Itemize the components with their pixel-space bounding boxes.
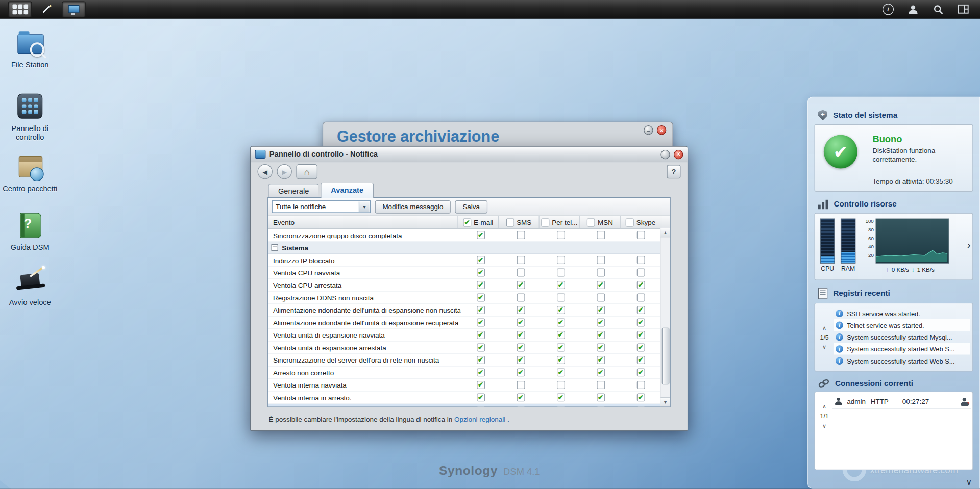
notify-checkbox[interactable]: [517, 381, 525, 389]
notify-checkbox[interactable]: [517, 269, 525, 277]
main-menu-button[interactable]: [8, 1, 32, 17]
notify-checkbox[interactable]: ✔: [517, 306, 525, 314]
notify-checkbox[interactable]: [636, 256, 645, 264]
column-select-checkbox[interactable]: ✔: [463, 218, 471, 226]
quick-start-button[interactable]: [36, 2, 58, 16]
notify-checkbox[interactable]: ✔: [556, 356, 565, 364]
connections-page-up-button[interactable]: ∧: [822, 403, 826, 409]
desktop-icon-quick-start[interactable]: Avvio veloce: [1, 265, 59, 306]
notify-checkbox[interactable]: ✔: [636, 368, 645, 376]
column-select-checkbox[interactable]: [626, 218, 634, 226]
log-entry[interactable]: iTelnet service was started.: [834, 319, 970, 331]
notify-checkbox[interactable]: ✔: [597, 331, 605, 339]
column-select-checkbox[interactable]: [587, 218, 595, 226]
notify-checkbox[interactable]: ✔: [517, 356, 525, 364]
notify-checkbox[interactable]: ✔: [477, 318, 485, 326]
group-row[interactable]: Sistema: [268, 242, 660, 254]
event-row[interactable]: Sincronizzazione gruppo disco completata…: [268, 229, 660, 241]
forward-button[interactable]: ▶: [277, 164, 291, 179]
column-header-skype[interactable]: Skype: [621, 216, 660, 228]
notify-checkbox[interactable]: [636, 381, 645, 389]
notify-checkbox[interactable]: ✔: [597, 318, 605, 326]
sidebar-scroll-down-chevron[interactable]: ∨: [966, 478, 972, 487]
notify-checkbox[interactable]: [517, 294, 525, 302]
column-header-email[interactable]: ✔E-mail: [458, 216, 499, 228]
event-row[interactable]: Alimentazione ridondante dell'unità di e…: [268, 317, 660, 329]
event-row[interactable]: Ventola CPU riavviata✔: [268, 267, 660, 279]
notify-checkbox[interactable]: ✔: [517, 343, 525, 351]
notify-checkbox[interactable]: ✔: [597, 406, 605, 406]
notify-checkbox[interactable]: ✔: [477, 269, 485, 277]
notify-checkbox[interactable]: [636, 231, 645, 239]
notify-checkbox[interactable]: ✔: [636, 318, 645, 326]
save-button[interactable]: Salva: [455, 200, 487, 213]
resource-next-page-chevron[interactable]: ›: [967, 240, 971, 250]
window-titlebar[interactable]: Pannello di controllo - Notifica – ✕: [251, 147, 688, 163]
minimize-button[interactable]: –: [660, 149, 670, 159]
help-button[interactable]: ?: [667, 165, 681, 178]
scroll-down-button[interactable]: ▼: [660, 397, 670, 406]
notify-checkbox[interactable]: ✔: [636, 406, 645, 406]
notify-checkbox[interactable]: ✔: [477, 231, 485, 239]
event-row[interactable]: Arresto non corretto✔✔✔✔✔: [268, 367, 660, 379]
notify-checkbox[interactable]: [597, 256, 605, 264]
notify-checkbox[interactable]: ✔: [636, 393, 645, 401]
column-select-checkbox[interactable]: [506, 218, 514, 226]
notify-checkbox[interactable]: ✔: [636, 281, 645, 289]
notify-checkbox[interactable]: ✔: [556, 306, 565, 314]
notify-checkbox[interactable]: ✔: [597, 356, 605, 364]
search-button[interactable]: [931, 2, 945, 16]
event-row[interactable]: Ventola CPU arrestata✔✔✔✔✔: [268, 279, 660, 291]
desktop-icon-package-center[interactable]: Centro pacchetti: [1, 151, 59, 193]
vertical-scrollbar[interactable]: ▲ ▼: [660, 228, 670, 406]
connections-page-down-button[interactable]: ∨: [822, 423, 826, 429]
notify-checkbox[interactable]: [556, 381, 565, 389]
close-button[interactable]: ✕: [657, 125, 666, 135]
tab-avanzate[interactable]: Avanzate: [321, 183, 374, 198]
disconnect-icon[interactable]: [961, 397, 969, 405]
notify-checkbox[interactable]: ✔: [636, 356, 645, 364]
notify-checkbox[interactable]: ✔: [636, 331, 645, 339]
log-entry[interactable]: iSystem successfully started Mysql...: [834, 331, 970, 343]
notify-checkbox[interactable]: [556, 269, 565, 277]
notify-checkbox[interactable]: ✔: [597, 306, 605, 314]
notify-checkbox[interactable]: ✔: [597, 281, 605, 289]
event-row[interactable]: Alimentazione ridondante dell'unità di e…: [268, 304, 660, 316]
notify-checkbox[interactable]: ✔: [556, 281, 565, 289]
notify-checkbox[interactable]: ✔: [556, 318, 565, 326]
scrollbar-thumb[interactable]: [662, 328, 670, 384]
notify-checkbox[interactable]: ✔: [556, 331, 565, 339]
notify-checkbox[interactable]: ✔: [477, 306, 485, 314]
column-header-evento[interactable]: Evento: [268, 216, 458, 228]
event-row[interactable]: Ventola unità di espansione riavviata✔✔✔…: [268, 329, 660, 341]
home-button[interactable]: ⌂: [296, 164, 317, 179]
notify-checkbox[interactable]: ✔: [517, 368, 525, 376]
log-entry[interactable]: iSystem successfully started Web S...: [834, 343, 970, 354]
notify-checkbox[interactable]: ✔: [477, 381, 485, 389]
notify-checkbox[interactable]: ✔: [636, 343, 645, 351]
notify-checkbox[interactable]: [597, 381, 605, 389]
notify-checkbox[interactable]: [597, 269, 605, 277]
desktop-icon-control-panel[interactable]: Pannello di controllo: [1, 91, 59, 142]
notify-checkbox[interactable]: ✔: [477, 294, 485, 302]
notify-checkbox[interactable]: ✔: [477, 356, 485, 364]
notify-checkbox[interactable]: ✔: [477, 281, 485, 289]
scroll-up-button[interactable]: ▲: [660, 228, 670, 237]
notify-checkbox[interactable]: ✔: [477, 406, 485, 406]
open-window-task-button[interactable]: [62, 1, 86, 17]
notify-checkbox[interactable]: ✔: [477, 256, 485, 264]
notify-checkbox[interactable]: [517, 231, 525, 239]
regional-options-link[interactable]: Opzioni regionali: [454, 415, 505, 423]
event-row[interactable]: Spegnimento per surriscaldamento✔✔✔✔✔: [268, 404, 660, 406]
notification-filter-select[interactable]: Tutte le notifiche ▼: [272, 200, 371, 213]
notify-checkbox[interactable]: ✔: [556, 393, 565, 401]
logs-page-up-button[interactable]: ∧: [822, 324, 826, 330]
notify-checkbox[interactable]: ✔: [597, 368, 605, 376]
column-select-checkbox[interactable]: [541, 218, 549, 226]
column-header-pertel[interactable]: Per tel...: [540, 216, 580, 228]
event-row[interactable]: Ventola interna riavviata✔: [268, 379, 660, 391]
back-button[interactable]: ◀: [257, 164, 272, 179]
notify-checkbox[interactable]: ✔: [517, 406, 525, 406]
logs-page-down-button[interactable]: ∨: [822, 344, 826, 350]
event-row[interactable]: Ventola interna in arresto.✔✔✔✔✔: [268, 392, 660, 404]
